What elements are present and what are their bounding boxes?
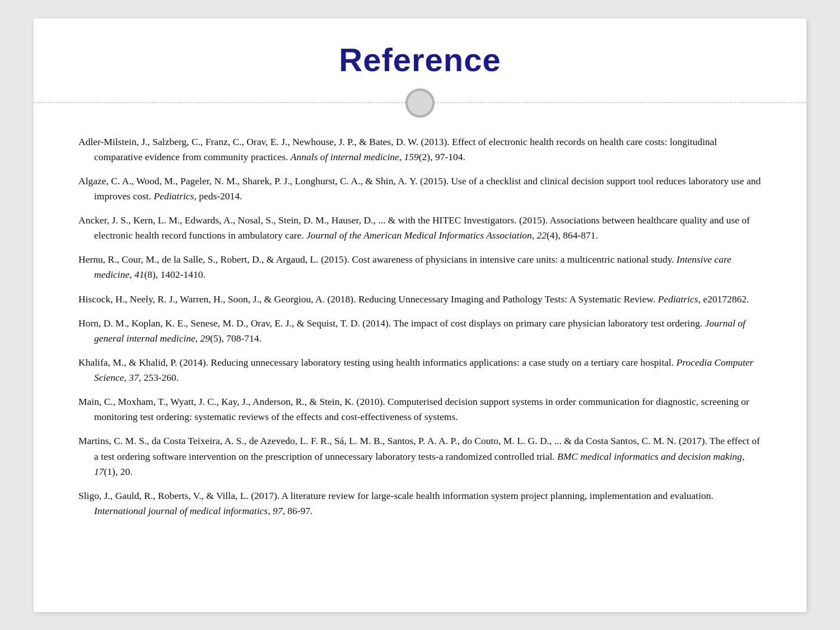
reference-item: Adler-Milstein, J., Salzberg, C., Franz,… (78, 134, 762, 165)
divider-left (34, 102, 405, 103)
reference-item: Hiscock, H., Neely, R. J., Warren, H., S… (78, 292, 762, 307)
circle-icon (405, 88, 435, 118)
reference-item: Horn, D. M., Koplan, K. E., Senese, M. D… (78, 316, 762, 346)
reference-item: Sligo, J., Gauld, R., Roberts, V., & Vil… (78, 488, 762, 519)
header-section: Reference (34, 18, 806, 118)
reference-item: Martins, C. M. S., da Costa Teixeira, A.… (78, 433, 762, 479)
page-title: Reference (34, 41, 806, 78)
reference-item: Ancker, J. S., Kern, L. M., Edwards, A.,… (78, 213, 762, 243)
reference-item: Algaze, C. A., Wood, M., Pageler, N. M.,… (78, 174, 762, 204)
divider-right (435, 102, 806, 103)
references-section: Adler-Milstein, J., Salzberg, C., Franz,… (34, 118, 806, 539)
reference-item: Main, C., Moxham, T., Wyatt, J. C., Kay,… (78, 394, 762, 424)
page-container: Reference Adler-Milstein, J., Salzberg, … (34, 18, 806, 612)
reference-item: Hernu, R., Cour, M., de la Salle, S., Ro… (78, 252, 762, 282)
reference-item: Khalifa, M., & Khalid, P. (2014). Reduci… (78, 355, 762, 385)
divider-row (34, 88, 806, 118)
